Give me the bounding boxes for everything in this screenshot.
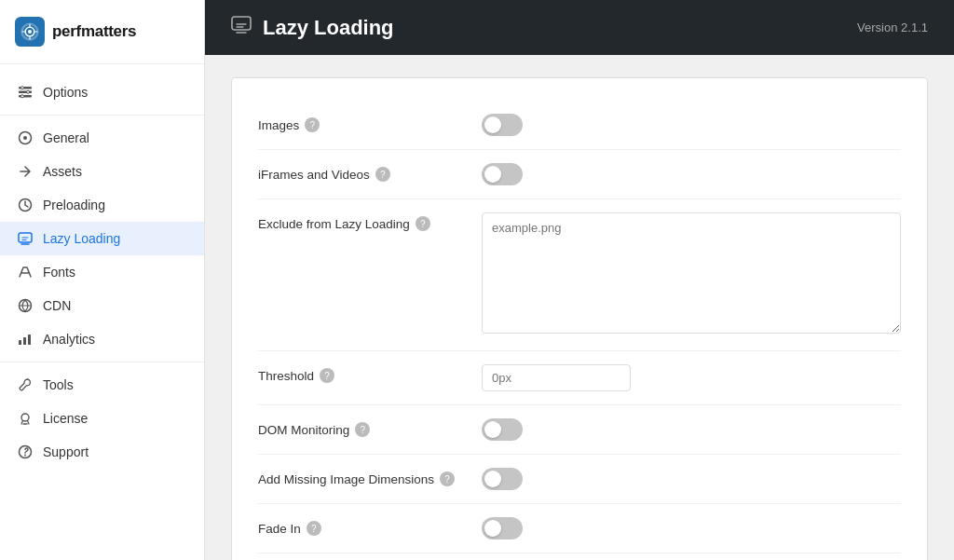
label-exclude: Exclude from Lazy Loading ? (258, 212, 482, 231)
help-icon-fade-in[interactable]: ? (307, 521, 321, 536)
svg-rect-18 (232, 17, 251, 30)
sidebar-item-tools-label: Tools (43, 377, 74, 392)
logo: perfmatters (0, 0, 204, 64)
license-icon (17, 410, 34, 427)
threshold-input[interactable] (482, 364, 631, 391)
assets-icon (17, 163, 34, 180)
sidebar: perfmatters Options (0, 0, 205, 560)
general-icon (17, 130, 34, 146)
control-exclude (482, 212, 901, 337)
toggle-images[interactable] (482, 114, 523, 136)
page-title: Lazy Loading (263, 16, 394, 40)
sidebar-item-tools[interactable]: Tools (0, 368, 204, 402)
sidebar-item-fonts-label: Fonts (43, 265, 75, 280)
sidebar-item-preloading-label: Preloading (43, 198, 105, 212)
setting-row-missing-dims: Add Missing Image Dimensions ? (258, 455, 901, 504)
help-icon-exclude[interactable]: ? (416, 216, 430, 231)
toggle-iframes[interactable] (482, 163, 523, 185)
label-dom: DOM Monitoring ? (258, 418, 482, 437)
toggle-missing-dims[interactable] (482, 468, 523, 490)
tools-icon (17, 376, 34, 393)
setting-row-css-bg: CSS Background Images ? (258, 553, 901, 560)
fonts-icon (17, 264, 34, 280)
label-threshold: Threshold ? (258, 364, 482, 383)
svg-point-6 (27, 90, 30, 93)
sidebar-nav: Options General Assets (0, 64, 204, 560)
setting-row-fade-in: Fade In ? (258, 504, 901, 553)
nav-separator-1 (0, 115, 204, 116)
control-missing-dims (482, 468, 901, 490)
toggle-dom-slider (482, 418, 523, 441)
toggle-missing-dims-slider (482, 468, 523, 490)
svg-point-7 (21, 95, 24, 98)
preloading-icon (17, 197, 34, 213)
label-iframes: iFrames and Videos ? (258, 163, 482, 182)
svg-point-1 (28, 30, 32, 34)
control-images (482, 114, 901, 136)
cdn-icon (17, 297, 34, 314)
sidebar-item-lazy-loading-label: Lazy Loading (43, 231, 120, 246)
setting-row-dom: DOM Monitoring ? (258, 405, 901, 455)
page-header: Lazy Loading Version 2.1.1 (205, 0, 954, 55)
label-images: Images ? (258, 114, 482, 132)
lazy-loading-icon (17, 230, 34, 247)
svg-point-5 (21, 87, 24, 89)
control-fade-in (482, 517, 901, 540)
main-content: Lazy Loading Version 2.1.1 Images ? (205, 0, 954, 560)
setting-row-threshold: Threshold ? (258, 351, 901, 405)
help-icon-threshold[interactable]: ? (320, 368, 334, 383)
page-header-icon (231, 15, 252, 40)
help-icon-images[interactable]: ? (305, 117, 320, 132)
setting-row-images: Images ? (258, 101, 901, 150)
sidebar-item-cdn[interactable]: CDN (0, 289, 204, 322)
sidebar-item-assets[interactable]: Assets (0, 155, 204, 188)
sidebar-item-general-label: General (43, 130, 89, 145)
toggle-dom[interactable] (482, 418, 523, 441)
svg-rect-14 (23, 337, 26, 345)
sidebar-item-support[interactable]: Support (0, 435, 204, 469)
sidebar-item-fonts[interactable]: Fonts (0, 255, 204, 289)
page-version: Version 2.1.1 (857, 20, 928, 34)
settings-card: Images ? iFrames and Videos ? (231, 77, 928, 560)
svg-point-9 (23, 136, 27, 140)
toggle-fade-in-slider (482, 517, 523, 540)
sidebar-item-assets-label: Assets (43, 164, 82, 179)
sidebar-item-analytics[interactable]: Analytics (0, 322, 204, 356)
sidebar-item-license-label: License (43, 411, 88, 426)
sidebar-item-cdn-label: CDN (43, 298, 71, 313)
control-iframes (482, 163, 901, 185)
label-missing-dims: Add Missing Image Dimensions ? (258, 468, 482, 486)
nav-separator-2 (0, 362, 204, 362)
toggle-iframes-slider (482, 163, 523, 185)
sidebar-item-options-label: Options (43, 85, 88, 100)
analytics-icon (17, 331, 34, 348)
svg-rect-15 (28, 335, 31, 345)
page-header-left: Lazy Loading (231, 15, 394, 40)
help-icon-dom[interactable]: ? (355, 422, 370, 437)
logo-icon (15, 17, 45, 47)
sidebar-item-preloading[interactable]: Preloading (0, 188, 204, 222)
content-area: Images ? iFrames and Videos ? (205, 55, 954, 560)
control-dom (482, 418, 901, 441)
svg-rect-13 (19, 340, 21, 345)
logo-text: perfmatters (52, 22, 136, 41)
support-icon (17, 444, 34, 460)
help-icon-iframes[interactable]: ? (375, 167, 390, 182)
sidebar-item-general[interactable]: General (0, 121, 204, 155)
toggle-fade-in[interactable] (482, 517, 523, 540)
sidebar-item-options[interactable]: Options (0, 75, 204, 109)
sidebar-item-lazy-loading[interactable]: Lazy Loading (0, 222, 204, 255)
sidebar-item-license[interactable]: License (0, 402, 204, 435)
label-fade-in: Fade In ? (258, 517, 482, 536)
svg-point-16 (21, 414, 29, 421)
options-icon (17, 84, 34, 101)
help-icon-missing-dims[interactable]: ? (440, 471, 455, 486)
setting-row-iframes: iFrames and Videos ? (258, 150, 901, 199)
exclude-textarea[interactable] (482, 212, 901, 334)
setting-row-exclude: Exclude from Lazy Loading ? (258, 199, 901, 351)
control-threshold (482, 364, 901, 391)
sidebar-item-analytics-label: Analytics (43, 332, 95, 347)
toggle-images-slider (482, 114, 523, 136)
sidebar-item-support-label: Support (43, 444, 89, 459)
